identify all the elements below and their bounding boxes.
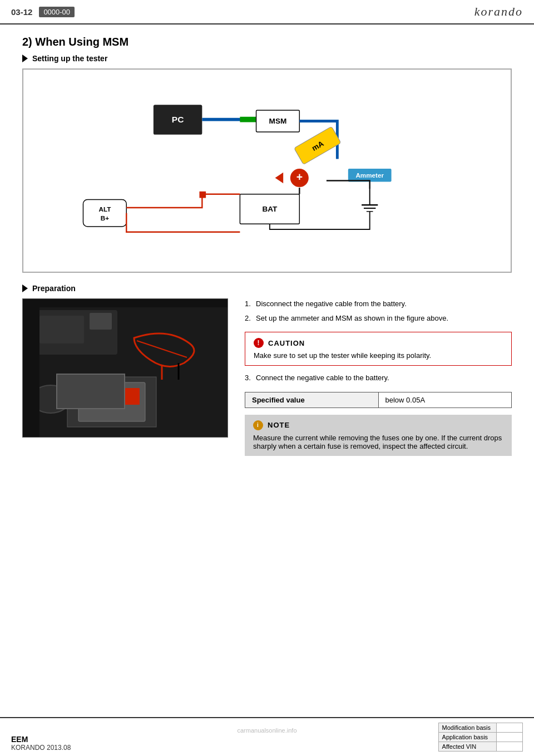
svg-rect-32 [84,388,112,405]
note-title: i NOTE [253,420,503,430]
two-col-section: 1. Disconnect the negative cable from th… [22,298,512,463]
preparation-photo [22,298,228,438]
svg-rect-22 [199,192,206,198]
spec-value: below 0.05A [378,392,512,408]
svg-rect-26 [39,316,84,343]
caution-box: ! CAUTION Make sure to set up the tester… [245,332,512,366]
svg-rect-38 [23,299,228,307]
diagram-box: PC MSM mA Ammeter [22,68,512,273]
svg-rect-33 [87,391,109,393]
caution-title: ! CAUTION [254,338,503,348]
section-title: 2) When Using MSM [22,36,512,48]
step-number-3: 3. [245,372,251,384]
svg-rect-35 [87,400,109,402]
step-3: 3. Connect the negative cable to the bat… [245,372,512,384]
svg-rect-19 [83,199,126,227]
page-header: 03-12 0000-00 korando [0,0,534,24]
footer-model: KORANDO 2013.08 [11,744,71,752]
arrow-icon-2 [22,284,28,292]
arrow-icon [22,55,28,62]
footer-table: Modification basis Application basis Aff… [438,723,523,752]
note-text: Measure the current while removing the f… [253,434,503,450]
sub-heading-tester: Setting up the tester [22,54,512,63]
spec-label: Specified value [245,392,379,408]
note-box: i NOTE Measure the current while removin… [245,415,512,456]
step-2: 2. Set up the ammeter and MSM as shown i… [245,313,512,324]
step-1: 1. Disconnect the negative cable from th… [245,298,512,310]
footer-row-vin: Affected VIN [438,742,522,752]
caution-icon: ! [254,338,264,348]
footer-value-application [497,733,523,742]
step-number-2: 2. [245,313,251,324]
circuit-diagram: PC MSM mA Ammeter [34,81,500,259]
step-number-1: 1. [245,298,251,310]
battery-yellow [78,387,112,409]
photo-inner [23,299,228,437]
footer-label-vin: Affected VIN [438,742,496,752]
footer-section: EEM [11,735,71,744]
svg-rect-29 [62,388,106,410]
page-number: 03-12 [11,7,32,17]
svg-text:ALT: ALT [98,205,111,213]
left-column [22,298,228,463]
footer-left: EEM KORANDO 2013.08 [11,735,71,752]
caution-text: Make sure to set up the tester while kee… [254,351,503,360]
steps-list: 1. Disconnect the negative cable from th… [245,298,512,323]
main-content: 2) When Using MSM Setting up the tester … [0,24,534,474]
footer-label-modification: Modification basis [438,723,496,733]
svg-text:+: + [296,171,303,183]
page-code: 0000-00 [39,7,75,17]
sub-heading-preparation: Preparation [22,284,512,293]
svg-rect-27 [90,313,112,330]
footer-value-vin [497,742,523,752]
spec-row: Specified value below 0.05A [245,392,512,408]
footer-label-application: Application basis [438,733,496,742]
svg-text:Ammeter: Ammeter [355,171,384,179]
svg-rect-34 [87,395,109,397]
svg-rect-36 [117,388,140,405]
spec-table: Specified value below 0.05A [245,392,512,408]
footer-row-modification: Modification basis [438,723,522,733]
page-footer: EEM KORANDO 2013.08 Modification basis A… [0,717,534,756]
footer-row-application: Application basis [438,733,522,742]
note-icon: i [253,420,263,430]
svg-text:BAT: BAT [262,205,278,213]
svg-text:B+: B+ [101,214,109,222]
svg-text:PC: PC [172,115,184,124]
brand-logo: korando [474,4,523,19]
svg-rect-37 [23,299,39,438]
svg-rect-3 [240,117,256,122]
svg-text:MSM: MSM [269,117,287,125]
footer-value-modification [497,723,523,733]
right-column: 1. Disconnect the negative cable from th… [245,298,512,463]
svg-marker-12 [275,173,284,183]
steps-list-2: 3. Connect the negative cable to the bat… [245,372,512,384]
